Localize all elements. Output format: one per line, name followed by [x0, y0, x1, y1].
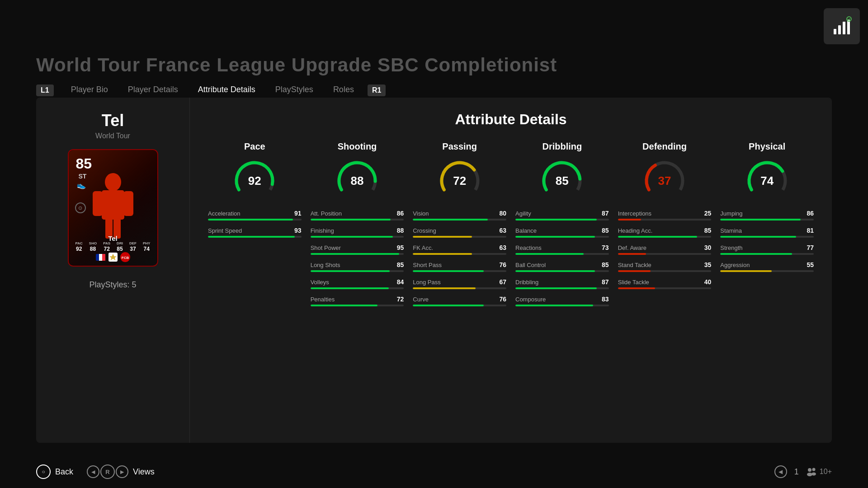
- svg-point-29: [811, 473, 816, 476]
- sub-attr-value: 91: [294, 210, 302, 217]
- sub-attr-name: Stamina: [720, 227, 742, 234]
- sub-attr-crossing: Crossing63: [413, 227, 506, 238]
- attr-column-pace: Pace 92Acceleration91Sprint Speed93: [208, 141, 302, 306]
- sub-attr-fill: [618, 236, 698, 238]
- sub-attr-bar: [720, 270, 814, 272]
- sub-attr-bar: [413, 253, 506, 255]
- svg-rect-8: [123, 191, 133, 216]
- svg-point-27: [807, 473, 812, 476]
- sub-attr-ball-control: Ball Control85: [515, 261, 609, 272]
- sub-attr-balance: Balance85: [515, 227, 609, 238]
- sub-attr-name: Sprint Speed: [208, 227, 242, 234]
- sub-attr-vision: Vision80: [413, 210, 506, 221]
- svg-point-28: [812, 468, 815, 471]
- back-button[interactable]: ○ Back: [36, 465, 73, 479]
- attr-column-dribbling: Dribbling 85Agility87Balance85Reactions7…: [515, 141, 609, 306]
- sub-attr-bar: [515, 236, 609, 238]
- tab-l1[interactable]: L1: [36, 84, 54, 96]
- sub-attr-agility: Agility87: [515, 210, 609, 221]
- sub-attr-value: 85: [602, 261, 609, 268]
- sub-attr-name: Composure: [515, 296, 546, 303]
- sub-attr-name: Finishing: [311, 227, 334, 234]
- svg-rect-2: [843, 22, 845, 34]
- sub-attr-name: Heading Acc.: [618, 227, 653, 234]
- sub-attr-fill: [515, 219, 597, 221]
- gauge-defending: 37: [643, 159, 686, 202]
- gauge-value-pace: 92: [248, 174, 261, 188]
- sub-attr-fill: [515, 287, 597, 289]
- sub-attr-name: Balance: [515, 227, 537, 234]
- people-label: 10+: [820, 468, 832, 476]
- sub-attr-fill: [208, 236, 295, 238]
- sub-attr-att--position: Att. Position86: [311, 210, 404, 221]
- sub-attr-value: 93: [294, 227, 302, 234]
- attr-title-pace: Pace: [244, 141, 265, 152]
- sub-attr-value: 83: [602, 296, 609, 303]
- card-stat-pac: PAC 92: [75, 241, 83, 252]
- card-stat-phy: PHY 74: [143, 241, 150, 252]
- tab-r1[interactable]: R1: [368, 84, 386, 96]
- sub-attr-finishing: Finishing88: [311, 227, 404, 238]
- sub-attr-value: 30: [704, 244, 712, 251]
- sub-attr-name: Att. Position: [311, 210, 342, 217]
- card-stats-row: PAC 92 SHO 88 PAS 72 DRI 85: [69, 241, 157, 252]
- views-label: Views: [133, 467, 155, 477]
- sub-attr-name: Crossing: [413, 227, 436, 234]
- sub-attr-value: 67: [499, 278, 506, 286]
- sub-attr-short-pass: Short Pass76: [413, 261, 506, 272]
- sub-attr-fill: [413, 219, 487, 221]
- sub-attr-bar: [618, 236, 712, 238]
- sub-attr-name: Long Shots: [311, 262, 340, 268]
- gauge-value-passing: 72: [453, 174, 466, 188]
- sub-attr-value: 81: [807, 227, 814, 234]
- svg-marker-11: [109, 254, 116, 260]
- right-panel: Attribute Details Pace 92Acceleration91S…: [190, 98, 832, 443]
- sub-attr-fill: [618, 219, 642, 221]
- sub-attr-curve: Curve76: [413, 296, 506, 306]
- sub-attr-name: Jumping: [720, 210, 742, 217]
- gauge-value-shooting: 88: [351, 174, 364, 188]
- sub-attr-bar: [413, 236, 506, 238]
- top-right-stats-button[interactable]: [824, 8, 860, 44]
- attr-column-defending: Defending 37Interceptions25Heading Acc.8…: [618, 141, 712, 306]
- gauge-pace: 92: [233, 159, 276, 202]
- sub-attr-fill: [720, 236, 796, 238]
- bottom-bar: ○ Back ◀ R ▶ Views ◀ 1 10+: [36, 465, 832, 479]
- sub-attr-value: 63: [499, 227, 506, 234]
- sub-attrs-passing: Vision80Crossing63FK Acc.63Short Pass76L…: [413, 210, 506, 306]
- r-button-icon: R: [100, 465, 115, 479]
- page-number: 1: [794, 467, 799, 477]
- sub-attr-value: 76: [499, 261, 506, 268]
- sub-attr-fill: [413, 287, 475, 289]
- card-stat-sho: SHO 88: [89, 241, 97, 252]
- views-button[interactable]: ◀ R ▶ Views: [87, 465, 155, 479]
- sub-attr-value: 77: [807, 244, 814, 251]
- gauge-shooting: 88: [335, 159, 379, 202]
- sub-attr-bar: [618, 287, 712, 289]
- page-left-icon: ◀: [774, 465, 787, 478]
- people-count: 10+: [806, 467, 832, 476]
- sub-attr-bar: [515, 219, 609, 221]
- attr-title-passing: Passing: [442, 141, 477, 152]
- sub-attr-bar: [413, 270, 506, 272]
- sub-attr-bar: [618, 219, 712, 221]
- sub-attr-fill: [311, 253, 399, 255]
- sub-attr-name: Aggression: [720, 262, 750, 268]
- back-label: Back: [55, 467, 73, 477]
- sub-attr-name: Strength: [720, 244, 742, 251]
- sub-attr-sprint-speed: Sprint Speed93: [208, 227, 302, 238]
- sub-attr-stand-tackle: Stand Tackle35: [618, 261, 712, 272]
- sub-attr-name: Slide Tackle: [618, 279, 649, 286]
- sub-attr-fill: [618, 270, 651, 272]
- sub-attr-fill: [515, 236, 595, 238]
- gauge-dribbling: 85: [540, 159, 584, 202]
- svg-point-5: [105, 173, 121, 191]
- sub-attr-bar: [208, 219, 302, 221]
- sub-attr-bar: [413, 219, 506, 221]
- svg-text:FCB: FCB: [121, 256, 129, 260]
- svg-point-26: [808, 468, 811, 472]
- attr-title-dribbling: Dribbling: [542, 141, 582, 152]
- attr-column-physical: Physical 74Jumping86Stamina81Strength77A…: [720, 141, 814, 306]
- card-edit-icon[interactable]: ⊙: [75, 202, 86, 213]
- sub-attr-value: 86: [397, 210, 404, 217]
